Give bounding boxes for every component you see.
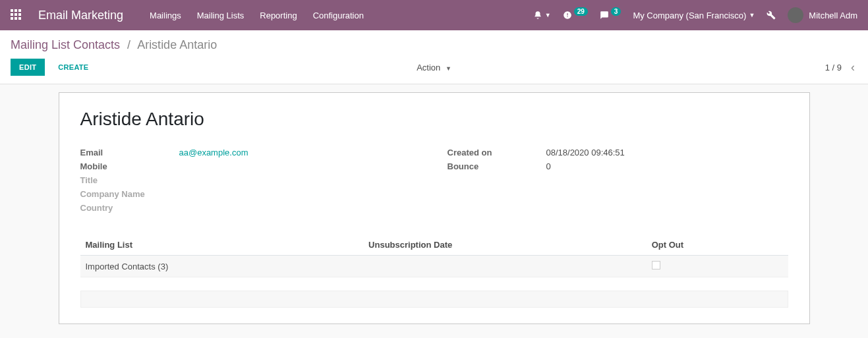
subscription-table: Mailing List Unsubscription Date Opt Out… xyxy=(80,235,788,277)
activity-badge: 29 xyxy=(574,7,588,16)
apps-icon[interactable] xyxy=(11,9,22,21)
value-created-on: 08/18/2020 09:46:51 xyxy=(546,148,625,157)
checkbox-icon[interactable] xyxy=(652,261,660,269)
cell-unsub-date xyxy=(363,256,647,277)
edit-button[interactable]: Edit xyxy=(11,59,45,76)
value-bounce: 0 xyxy=(546,161,551,171)
company-switcher[interactable]: My Company (San Francisco)▼ xyxy=(633,11,755,20)
label-email: Email xyxy=(80,148,179,157)
pager: 1 / 9 ‹ xyxy=(825,61,857,74)
form-sheet: Aristide Antario Email aa@example.com Mo… xyxy=(59,92,810,324)
nav-right: ▼ 29 3 My Company (San Francisco)▼ Mitch… xyxy=(533,7,857,23)
subheader: Mailing List Contacts / Aristide Antario… xyxy=(0,30,868,84)
user-name: Mitchell Adm xyxy=(809,11,857,20)
nav-configuration[interactable]: Configuration xyxy=(313,11,364,20)
cell-opt-out xyxy=(647,256,788,277)
action-dropdown[interactable]: Action ▼ xyxy=(417,63,451,72)
pager-text[interactable]: 1 / 9 xyxy=(825,63,842,72)
th-opt-out[interactable]: Opt Out xyxy=(647,235,788,256)
label-title: Title xyxy=(80,175,179,185)
left-column: Email aa@example.com Mobile Title Compan… xyxy=(80,146,421,215)
label-country: Country xyxy=(80,203,179,213)
breadcrumb: Mailing List Contacts / Aristide Antario xyxy=(0,30,868,55)
label-company-name: Company Name xyxy=(80,189,179,199)
navbar: Email Marketing Mailings Mailing Lists R… xyxy=(0,0,868,30)
nav-mailing-lists[interactable]: Mailing Lists xyxy=(197,11,245,20)
debug-icon[interactable] xyxy=(767,11,776,20)
app-brand[interactable]: Email Marketing xyxy=(38,9,123,22)
pager-prev-icon[interactable]: ‹ xyxy=(848,61,857,74)
footer-box xyxy=(80,291,788,308)
th-mailing-list[interactable]: Mailing List xyxy=(80,235,364,256)
label-mobile: Mobile xyxy=(80,161,179,171)
table-row[interactable]: Imported Contacts (3) xyxy=(80,256,788,277)
nav-reporting[interactable]: Reporting xyxy=(260,11,297,20)
breadcrumb-sep: / xyxy=(127,38,130,51)
avatar xyxy=(788,7,803,23)
activity-icon[interactable]: 29 xyxy=(563,11,588,20)
record-title: Aristide Antario xyxy=(80,109,788,130)
discuss-icon[interactable]: 3 xyxy=(600,11,622,20)
value-email[interactable]: aa@example.com xyxy=(179,148,248,157)
label-bounce: Bounce xyxy=(448,161,546,171)
breadcrumb-current: Aristide Antario xyxy=(137,38,217,51)
th-unsub-date[interactable]: Unsubscription Date xyxy=(363,235,647,256)
notifications-icon[interactable]: ▼ xyxy=(533,11,551,20)
user-menu[interactable]: Mitchell Adm xyxy=(788,7,857,23)
discuss-badge: 3 xyxy=(611,7,622,16)
nav-menu: Mailings Mailing Lists Reporting Configu… xyxy=(150,11,533,20)
nav-mailings[interactable]: Mailings xyxy=(150,11,181,20)
right-column: Created on 08/18/2020 09:46:51 Bounce 0 xyxy=(448,146,788,215)
create-button[interactable]: Create xyxy=(50,59,96,75)
cell-mailing-list: Imported Contacts (3) xyxy=(80,256,364,277)
label-created-on: Created on xyxy=(448,148,546,157)
controlbar: Edit Create Action ▼ 1 / 9 ‹ xyxy=(0,55,868,84)
breadcrumb-parent[interactable]: Mailing List Contacts xyxy=(11,38,120,51)
